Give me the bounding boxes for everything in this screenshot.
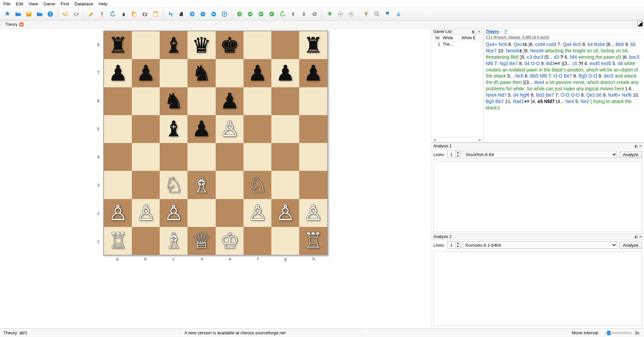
piece-Q[interactable]: ♕ (192, 230, 211, 251)
square-e2[interactable] (216, 199, 244, 227)
table-row[interactable]: 1 The... (431, 41, 483, 47)
square-b2[interactable]: ♙ (132, 199, 160, 227)
piece-P[interactable]: ♙ (220, 118, 239, 140)
piece-q[interactable]: ♛ (192, 35, 211, 56)
next-frame-icon[interactable] (198, 9, 208, 19)
square-a3[interactable] (104, 171, 132, 199)
square-d7[interactable]: ♞ (187, 59, 215, 87)
square-d2[interactable] (187, 199, 215, 227)
piece-p[interactable]: ♟ (192, 118, 211, 140)
open-folder-icon[interactable] (13, 9, 23, 19)
panel-controls[interactable]: ◧ ✕ (472, 30, 481, 34)
lines-input[interactable] (447, 152, 455, 157)
square-e8[interactable]: ♚ (216, 31, 244, 59)
engine-select-1[interactable]: Stockfish-6-64 (463, 151, 617, 158)
piece-P[interactable]: ♙ (248, 202, 267, 224)
square-a5[interactable] (104, 115, 132, 143)
tab-theory[interactable]: Theory (2, 21, 26, 28)
square-c7[interactable] (160, 59, 187, 87)
square-e1[interactable]: ♔ (216, 227, 244, 255)
piece-K[interactable]: ♔ (220, 230, 239, 251)
redo-icon[interactable] (71, 9, 81, 19)
reload-moves-icon[interactable] (278, 9, 287, 19)
board-colors-icon[interactable] (637, 21, 643, 27)
piece-p[interactable]: ♟ (304, 62, 323, 84)
undo-icon[interactable] (61, 9, 70, 19)
piece-P[interactable]: ♙ (304, 202, 323, 224)
piece-b[interactable]: ♝ (164, 35, 183, 56)
menu-help[interactable]: Help (99, 1, 108, 6)
piece-p[interactable]: ♟ (248, 62, 267, 84)
square-h6[interactable] (299, 87, 327, 115)
square-c3[interactable]: ♘ (160, 171, 187, 199)
square-e4[interactable] (216, 143, 244, 171)
square-g4[interactable] (271, 143, 299, 171)
square-h5[interactable] (299, 115, 327, 143)
spin-up-icon[interactable]: ▲ (455, 242, 460, 245)
square-h2[interactable]: ♙ (299, 199, 327, 227)
square-e3[interactable] (216, 171, 244, 199)
square-f3[interactable]: ♘ (244, 171, 271, 199)
edit-pencil-icon[interactable] (87, 9, 96, 19)
piece-P[interactable]: ♙ (108, 202, 127, 224)
arrow-down-icon[interactable] (299, 9, 309, 19)
new-badge-icon[interactable] (3, 9, 12, 19)
square-c6[interactable]: ♞ (160, 87, 187, 115)
piece-P[interactable]: ♙ (276, 202, 295, 224)
cycle-icon[interactable] (310, 9, 319, 19)
piece-p[interactable]: ♟ (136, 62, 155, 84)
square-h3[interactable] (299, 171, 327, 199)
theory-link[interactable]: Theory (486, 29, 499, 34)
piece-p[interactable]: ♟ (220, 90, 239, 112)
next-moves-icon[interactable] (256, 9, 266, 19)
square-c5[interactable]: ♝ (160, 115, 187, 143)
square-b8[interactable] (132, 31, 160, 59)
chevron-up-circle-icon[interactable] (336, 9, 345, 19)
menu-database[interactable]: Database (74, 1, 93, 6)
square-g1[interactable] (271, 227, 299, 255)
menu-file[interactable]: File (3, 1, 10, 6)
save-icon[interactable] (24, 9, 34, 19)
piece-r[interactable]: ♜ (304, 35, 323, 56)
piece-B[interactable]: ♗ (164, 230, 183, 251)
spin-up-icon[interactable]: ▲ (455, 151, 460, 154)
piece-B[interactable]: ♗ (192, 174, 211, 196)
square-b3[interactable] (132, 171, 160, 199)
knight-icon[interactable] (177, 9, 186, 19)
square-a7[interactable]: ♟ (104, 59, 132, 87)
search-icon[interactable] (372, 9, 382, 19)
pin-icon[interactable] (97, 9, 107, 19)
spin-down-icon[interactable]: ▼ (455, 245, 460, 248)
piece-P[interactable]: ♙ (136, 202, 155, 224)
close-icon[interactable] (19, 22, 23, 27)
square-h7[interactable]: ♟ (299, 59, 327, 87)
lines-stepper[interactable]: ▲▼ (447, 151, 461, 158)
refresh-icon[interactable] (108, 9, 117, 19)
square-f2[interactable]: ♙ (244, 199, 271, 227)
square-g8[interactable] (271, 31, 299, 59)
new-badge2-icon[interactable] (325, 9, 334, 19)
square-e5[interactable]: ♙ (216, 115, 244, 143)
flag-icon[interactable] (383, 9, 392, 19)
square-h8[interactable]: ♜ (299, 31, 327, 59)
analyze-button-1[interactable]: Analyze (619, 151, 642, 158)
piece-R[interactable]: ♖ (304, 230, 323, 251)
piece-n[interactable]: ♞ (192, 62, 211, 84)
help-link[interactable]: ? (504, 29, 507, 34)
piece-k[interactable]: ♚ (220, 35, 239, 56)
piece-r[interactable]: ♜ (108, 35, 127, 56)
copy-icon[interactable] (129, 9, 139, 19)
square-f7[interactable]: ♟ (244, 59, 271, 87)
lines-stepper[interactable]: ▲▼ (447, 241, 461, 249)
last-move-icon[interactable] (267, 9, 276, 19)
piece-N[interactable]: ♘ (164, 174, 183, 196)
prev-moves-icon[interactable] (246, 9, 255, 19)
square-c1[interactable]: ♗ (160, 227, 187, 255)
panel-controls[interactable]: ◧ ✕ (635, 144, 642, 148)
move-interval-slider[interactable] (605, 332, 632, 334)
square-b6[interactable] (132, 87, 160, 115)
square-a8[interactable]: ♜ (104, 31, 132, 59)
panel-controls[interactable]: ◧ ✕ (635, 235, 642, 239)
menu-find[interactable]: Find (61, 1, 69, 6)
square-g2[interactable]: ♙ (271, 199, 299, 227)
